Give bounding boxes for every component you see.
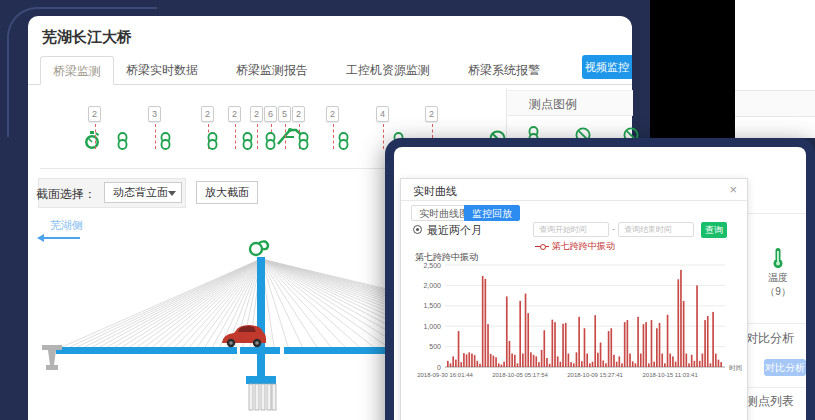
vibration-chart: 2,5002,0001,5001,00050002018-09-30 16:01…: [409, 259, 743, 385]
wind-sensor-icon[interactable]: [250, 241, 268, 255]
divider: [744, 387, 806, 388]
section-select-label: 截面选择：: [36, 186, 96, 203]
section-dropdown[interactable]: 动态背立面: [104, 182, 182, 203]
sensor-count-badge[interactable]: 6: [264, 106, 277, 122]
query-button[interactable]: 查询: [701, 222, 727, 238]
chain-icon[interactable]: [297, 132, 310, 150]
sensor-lead-line: [155, 124, 156, 149]
x-axis-label: 时间: [729, 364, 742, 372]
sensor-count-badge[interactable]: 2: [228, 106, 241, 122]
chain-icon[interactable]: [241, 132, 254, 150]
dialog-title: 实时曲线: [413, 184, 457, 199]
chain-icon[interactable]: [159, 132, 172, 150]
close-icon[interactable]: ×: [729, 182, 737, 197]
svg-text:2,500: 2,500: [423, 262, 441, 269]
svg-text:1,500: 1,500: [423, 302, 441, 309]
dialog-header: 实时曲线 ×: [401, 179, 747, 201]
chevron-down-icon: [168, 191, 176, 196]
svg-text:1,000: 1,000: [423, 323, 441, 330]
sensor-count-badge[interactable]: 3: [148, 106, 161, 122]
thermometer-icon[interactable]: [771, 247, 785, 269]
point-list-title: 测点列表: [746, 393, 794, 410]
sensor-count-badge[interactable]: 2: [292, 106, 305, 122]
popup-window: 温度 （9） 对比分析 对比分析 测点列表 实时曲线 × 实时曲线图 监控回放 …: [385, 138, 815, 420]
svg-text:0: 0: [437, 364, 441, 371]
bridge-deck: [56, 347, 237, 354]
svg-text:2018-10-15 11:03:41: 2018-10-15 11:03:41: [642, 372, 698, 378]
svg-text:2018-09-30 16:01:44: 2018-09-30 16:01:44: [417, 372, 473, 378]
chain-icon[interactable]: [264, 132, 277, 150]
sensor-lead-line: [383, 124, 384, 149]
recent-two-months-radio[interactable]: [413, 225, 422, 234]
bridge-pier: [42, 345, 62, 370]
chain-icon[interactable]: [206, 132, 219, 150]
legend-marker-icon: [535, 246, 549, 247]
realtime-curve-dialog: 实时曲线 × 实时曲线图 监控回放 最近两个月 - 查询 第七跨跨中振动 第七跨…: [400, 178, 748, 420]
tab-monitor-playback[interactable]: 监控回放: [464, 205, 520, 221]
sensor-lead-line: [333, 124, 334, 149]
screen: 芜湖长江大桥 桥梁监测桥梁实时数据桥梁监测报告工控机资源监测桥梁系统报警 视频监…: [0, 0, 815, 420]
sensor-count-badge[interactable]: 2: [326, 106, 339, 122]
svg-text:500: 500: [429, 343, 441, 350]
video-monitor-button[interactable]: 视频监控: [582, 55, 632, 79]
tab-2[interactable]: 桥梁监测报告: [224, 56, 320, 85]
tab-0[interactable]: 桥梁监测: [40, 56, 114, 85]
legend-panel-title: 测点图例: [507, 90, 633, 116]
sensor-lead-line: [235, 124, 236, 149]
screen-black-region: [650, 0, 735, 138]
svg-text:2018-10-05 05:17:54: 2018-10-05 05:17:54: [492, 372, 548, 378]
svg-text:2,000: 2,000: [423, 282, 441, 289]
sensor-count-badge[interactable]: 5: [278, 106, 291, 122]
sensor-count-badge[interactable]: 2: [201, 106, 214, 122]
bridge-deck: [240, 347, 280, 354]
wuhu-side-label: 芜湖侧: [50, 218, 83, 233]
sensor-count-badge[interactable]: 4: [376, 106, 389, 122]
tab-4[interactable]: 桥梁系统报警: [456, 56, 552, 85]
divider: [744, 213, 806, 214]
end-time-input[interactable]: [618, 222, 694, 237]
zoom-section-button[interactable]: 放大截面: [196, 181, 258, 204]
sensor-lead-line: [95, 124, 96, 149]
sensor-lead-line: [257, 124, 258, 149]
temperature-count: （9）: [754, 285, 802, 299]
svg-text:2018-10-09 15:27:41: 2018-10-09 15:27:41: [567, 372, 623, 378]
chain-icon[interactable]: [116, 132, 129, 150]
bridge-foundation: [246, 376, 276, 410]
sensor-count-badge[interactable]: 2: [88, 106, 101, 122]
recent-two-months-label: 最近两个月: [427, 223, 482, 238]
temperature-label: 温度: [754, 271, 802, 285]
sensor-count-badge[interactable]: 2: [250, 106, 263, 122]
date-separator: -: [612, 224, 615, 234]
background-panel-header: [735, 90, 815, 117]
tab-bar: 桥梁监测桥梁实时数据桥梁监测报告工控机资源监测桥梁系统报警: [28, 56, 632, 85]
background-panel: [735, 0, 815, 138]
chain-icon[interactable]: [337, 132, 350, 150]
page-title: 芜湖长江大桥: [42, 28, 132, 47]
sensor-lead-line: [285, 124, 286, 149]
compare-analysis-button[interactable]: 对比分析: [764, 359, 806, 376]
sensor-count-badge[interactable]: 2: [425, 106, 438, 122]
stopwatch-icon[interactable]: [82, 128, 102, 152]
popup-page: 温度 （9） 对比分析 对比分析 测点列表 实时曲线 × 实时曲线图 监控回放 …: [394, 147, 806, 420]
start-time-input[interactable]: [533, 222, 609, 237]
divider: [744, 323, 806, 324]
bridge-tower: [257, 257, 265, 377]
tab-3[interactable]: 工控机资源监测: [334, 56, 442, 85]
section-dropdown-value: 动态背立面: [113, 186, 168, 198]
tab-1[interactable]: 桥梁实时数据: [114, 56, 210, 85]
compare-analysis-title: 对比分析: [746, 330, 794, 347]
